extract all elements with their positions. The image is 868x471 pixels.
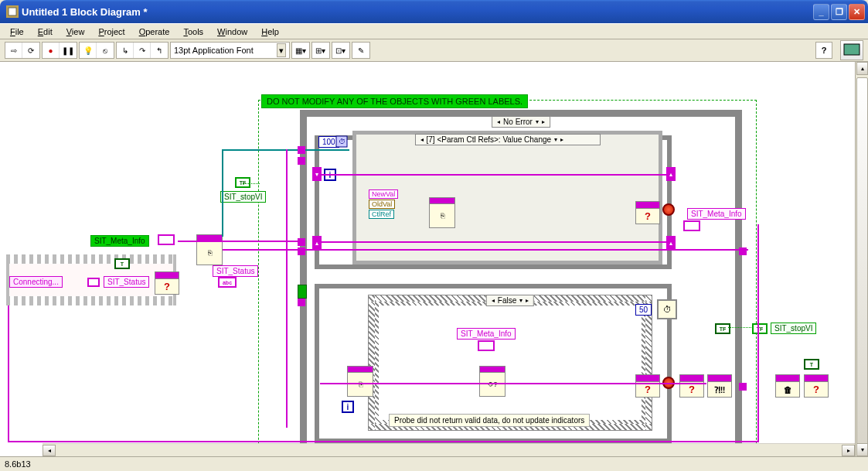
error-handler-lower-1[interactable]: ? <box>635 374 660 398</box>
wait-metronome-icon[interactable]: ⏱ <box>657 299 677 319</box>
minimize-button[interactable]: _ <box>813 4 829 20</box>
context-help-button[interactable]: ? <box>815 42 832 59</box>
case-prev-icon[interactable]: ◂ <box>497 118 500 125</box>
error-handler-seq[interactable]: ? <box>155 271 179 295</box>
shift-register-right-2[interactable]: ▴ <box>666 236 676 250</box>
menu-help[interactable]: Help <box>256 26 284 38</box>
sit-meta-info-terminal-inner[interactable] <box>478 340 495 351</box>
event-oldval-label: OldVal <box>369 200 395 209</box>
run-continuous-button[interactable]: ⟳ <box>22 43 39 58</box>
case-dropdown-icon[interactable]: ▾ <box>536 118 539 125</box>
abort-button[interactable]: ● <box>43 43 60 58</box>
event-dropdown-icon[interactable]: ▾ <box>554 136 557 143</box>
scroll-up-button[interactable]: ▴ <box>856 62 868 75</box>
event-case-selector[interactable]: ◂ [7] <Param Ctl Refs>: Value Change ▾ ▸ <box>415 134 601 145</box>
hscroll-right-button[interactable]: ▸ <box>842 445 855 456</box>
bool-terminal-seq[interactable]: T <box>114 258 130 269</box>
block-diagram-canvas[interactable]: DO NOT MODIFY ANY OF THE OBJECTS WITH GR… <box>0 62 855 456</box>
hscroll-left-button[interactable]: ◂ <box>43 445 56 456</box>
reorder-button[interactable]: ✎ <box>352 43 369 58</box>
stop-terminal-upper[interactable] <box>662 203 675 216</box>
menu-edit[interactable]: Edit <box>32 26 58 38</box>
sit-status-label-mid: SIT_Status <box>213 265 258 277</box>
error-handler-upper[interactable]: ? <box>635 201 660 224</box>
event-prev-icon[interactable]: ◂ <box>420 136 424 143</box>
menu-operate[interactable]: Operate <box>134 26 175 38</box>
sit-status-terminal-mid[interactable]: abc <box>218 277 237 288</box>
subvi-init[interactable]: ⎘ <box>196 234 223 265</box>
retain-wire-button[interactable]: ⎋ <box>97 43 114 58</box>
scroll-thumb[interactable] <box>856 77 868 456</box>
tunnel-4[interactable] <box>298 247 305 255</box>
case2-dropdown-icon[interactable]: ▾ <box>519 297 523 304</box>
menubar: File Edit View Project Operate Tools Win… <box>0 23 868 39</box>
subvi-update[interactable]: ⟲? <box>479 366 505 397</box>
wire-green-dash-2 <box>728 327 751 328</box>
case-selector-noerror[interactable]: ◂ No Error ▾ ▸ <box>492 116 550 128</box>
sit-status-terminal-seq[interactable] <box>87 278 100 287</box>
bool-terminal-right[interactable]: T <box>804 359 819 370</box>
sit-stopvi-terminal-left[interactable]: TF <box>235 177 250 188</box>
svg-text:⏱: ⏱ <box>339 138 345 145</box>
vertical-scrollbar[interactable]: ▴ ▾ <box>855 62 868 456</box>
error-handler-merge[interactable]: ? <box>679 374 704 398</box>
case-label: No Error <box>503 118 533 126</box>
align-button[interactable]: ▦▾ <box>292 43 309 58</box>
wire-pink-right <box>757 224 759 442</box>
step-out-button[interactable]: ↰ <box>151 43 168 58</box>
maximize-button[interactable]: ❐ <box>831 4 847 20</box>
step-into-button[interactable]: ↳ <box>117 43 134 58</box>
tunnel-2[interactable] <box>298 157 305 165</box>
svg-rect-2 <box>844 44 859 55</box>
tunnel-5[interactable] <box>298 299 305 306</box>
font-selector[interactable]: 13pt Application Font ▾ <box>170 42 290 59</box>
wire-pink-main <box>178 241 301 242</box>
sit-status-label-seq: SIT_Status <box>104 276 149 288</box>
comment-probe[interactable]: Probe did not return valid data, do not … <box>389 414 590 427</box>
connecting-string-constant[interactable]: Connecting... <box>9 276 63 288</box>
close-button[interactable]: ✕ <box>849 4 865 20</box>
case-structure-false[interactable]: ◂ False ▾ ▸ <box>368 295 652 431</box>
font-label: 13pt Application Font <box>174 46 254 55</box>
tunnel-6[interactable] <box>739 247 747 255</box>
wire-teal-2 <box>222 149 223 237</box>
subvi-param-change[interactable]: ⎘ <box>429 197 455 228</box>
run-button[interactable]: ⇨ <box>5 43 22 58</box>
case2-prev-icon[interactable]: ◂ <box>492 297 495 304</box>
pause-button[interactable]: ❚❚ <box>60 43 77 58</box>
event-structure[interactable]: ◂ [7] <Param Ctl Refs>: Value Change ▾ ▸ <box>352 131 662 265</box>
menu-file[interactable]: File <box>5 26 29 38</box>
tunnel-7[interactable] <box>739 383 747 391</box>
tunnel-3[interactable] <box>298 238 305 246</box>
error-cleanup[interactable]: 🗑 <box>775 374 800 398</box>
titlebar[interactable]: Untitled 1 Block Diagram * _ ❐ ✕ <box>0 0 868 23</box>
distribute-button[interactable]: ⊞▾ <box>312 43 329 58</box>
vi-icon[interactable] <box>840 40 863 60</box>
sit-meta-info-label-right: SIT_Meta_Info <box>687 208 746 220</box>
error-handler-out-2[interactable]: ? <box>804 374 829 398</box>
menu-window[interactable]: Window <box>212 26 253 38</box>
horizontal-scrollbar[interactable]: ◂ ▸ <box>43 443 855 456</box>
case-selector-terminal[interactable] <box>298 285 307 299</box>
subvi-probe[interactable]: ⎘ <box>347 366 373 397</box>
case-selector-false[interactable]: ◂ False ▾ ▸ <box>486 295 534 306</box>
case2-next-icon[interactable]: ▸ <box>526 297 529 304</box>
menu-project[interactable]: Project <box>93 26 130 38</box>
sit-stopvi-terminal-right[interactable]: TF <box>752 323 768 334</box>
resize-button[interactable]: ⊡▾ <box>332 43 349 58</box>
error-handler-out-1[interactable]: ⁈‼ <box>707 374 732 398</box>
statusbar: 8.6b13 <box>0 456 868 471</box>
sit-meta-info-terminal-right[interactable] <box>683 220 700 231</box>
menu-view[interactable]: View <box>61 26 90 38</box>
tf-terminal-right-of-case[interactable]: TF <box>715 323 730 334</box>
step-over-button[interactable]: ↷ <box>134 43 151 58</box>
scroll-down-button[interactable]: ▾ <box>856 443 868 456</box>
wait-ms-constant[interactable]: 50 <box>635 304 652 316</box>
sit-meta-info-terminal-left[interactable] <box>158 234 175 245</box>
shift-register-left-2[interactable]: ▴ <box>312 236 322 250</box>
menu-tools[interactable]: Tools <box>178 26 209 38</box>
case-next-icon[interactable]: ▸ <box>542 118 545 125</box>
tunnel-1[interactable] <box>298 146 305 154</box>
highlight-exec-button[interactable]: 💡 <box>80 43 97 58</box>
event-next-icon[interactable]: ▸ <box>560 136 563 143</box>
